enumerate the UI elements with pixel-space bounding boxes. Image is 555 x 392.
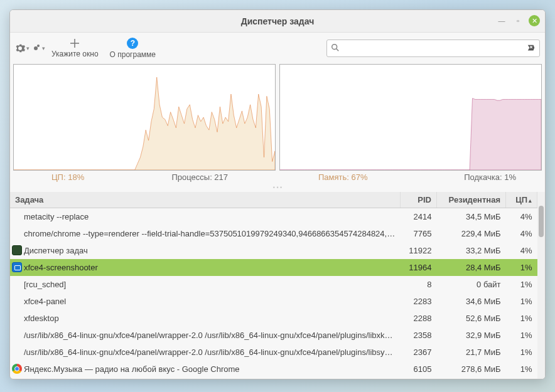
maximize-button[interactable]: ▫ bbox=[512, 15, 524, 26]
cell-task: metacity --replace bbox=[10, 208, 401, 225]
cell-pid: 2367 bbox=[401, 344, 437, 361]
app-window: Диспетчер задач — ▫ ✕ ▾ ▾ Укажите окно bbox=[9, 9, 546, 379]
pane-resize-handle[interactable]: • • • bbox=[10, 186, 545, 192]
cell-cpu: 1% bbox=[506, 327, 537, 344]
search-box[interactable] bbox=[326, 40, 540, 57]
vertical-scrollbar[interactable] bbox=[537, 192, 545, 379]
swap-label: Подкачка: 1% bbox=[464, 172, 516, 182]
graph-labels: ЦП: 18% Процессы: 217 Память: 67% Подкач… bbox=[10, 171, 545, 186]
cell-cpu: 1% bbox=[506, 293, 537, 310]
svg-point-0 bbox=[37, 45, 40, 47]
graphs-row bbox=[10, 64, 545, 171]
cell-mem: 0 байт bbox=[437, 276, 506, 293]
clear-search-icon[interactable] bbox=[527, 43, 536, 54]
indicate-window-label: Укажите окно bbox=[51, 50, 99, 58]
filter-menu[interactable]: ▾ bbox=[31, 43, 45, 53]
table-row[interactable]: /usr/lib/x86_64-linux-gnu/xfce4/panel/wr… bbox=[10, 344, 537, 361]
cell-mem: 33,2 МиБ bbox=[437, 242, 506, 259]
sort-asc-icon: ▴ bbox=[529, 198, 532, 204]
cell-cpu: 1% bbox=[506, 344, 537, 361]
cell-pid: 2358 bbox=[401, 327, 437, 344]
help-icon: ? bbox=[127, 38, 138, 49]
table-row[interactable]: xfce4-screenshooter1196428,4 МиБ1% bbox=[10, 259, 537, 276]
cpu-graph bbox=[13, 64, 276, 171]
cell-task: xfce4-panel bbox=[10, 293, 401, 310]
table-row[interactable]: [rcu_sched]80 байт1% bbox=[10, 276, 537, 293]
memory-label: Память: 67% bbox=[318, 172, 368, 182]
cell-mem: 229,4 МиБ bbox=[437, 225, 506, 242]
cell-cpu: 1% bbox=[506, 361, 537, 378]
table-row[interactable]: Диспетчер задач1192233,2 МиБ4% bbox=[10, 242, 537, 259]
process-table: Задача PID Резидентная ЦП▴ metacity --re… bbox=[10, 192, 537, 378]
cell-pid: 6105 bbox=[401, 361, 437, 378]
cell-mem: 278,6 МиБ bbox=[437, 361, 506, 378]
settings-menu[interactable]: ▾ bbox=[15, 43, 30, 53]
cell-cpu: 1% bbox=[506, 259, 537, 276]
close-button[interactable]: ✕ bbox=[529, 15, 540, 26]
minimize-button[interactable]: — bbox=[496, 15, 507, 26]
cpu-label: ЦП: 18% bbox=[51, 172, 84, 182]
gear-icon bbox=[15, 43, 25, 53]
cell-cpu: 4% bbox=[506, 208, 537, 225]
cell-task: /usr/lib/x86_64-linux-gnu/xfce4/panel/wr… bbox=[10, 344, 401, 361]
cell-cpu: 4% bbox=[506, 242, 537, 259]
table-row[interactable]: xfdesktop228852,6 МиБ1% bbox=[10, 310, 537, 327]
search-input[interactable] bbox=[342, 44, 527, 53]
chrome-icon bbox=[12, 364, 22, 374]
cell-cpu: 4% bbox=[506, 225, 537, 242]
cell-task: xfdesktop bbox=[10, 310, 401, 327]
table-row[interactable]: /usr/lib/x86_64-linux-gnu/xfce4/panel/wr… bbox=[10, 327, 537, 344]
cell-pid: 11922 bbox=[401, 242, 437, 259]
svg-line-2 bbox=[337, 48, 339, 51]
cell-pid: 8 bbox=[401, 276, 437, 293]
titlebar[interactable]: Диспетчер задач — ▫ ✕ bbox=[10, 10, 545, 33]
cell-mem: 52,6 МиБ bbox=[437, 310, 506, 327]
cell-mem: 32,9 МиБ bbox=[437, 327, 506, 344]
table-row[interactable]: chrome/chrome --type=renderer --field-tr… bbox=[10, 225, 537, 242]
process-table-wrap: Задача PID Резидентная ЦП▴ metacity --re… bbox=[10, 192, 545, 379]
column-header-resident[interactable]: Резидентная bbox=[437, 192, 506, 208]
search-icon bbox=[331, 43, 340, 54]
chevron-down-icon: ▾ bbox=[26, 45, 30, 51]
cell-cpu: 1% bbox=[506, 276, 537, 293]
column-header-task[interactable]: Задача bbox=[10, 192, 401, 208]
processes-label: Процессы: 217 bbox=[171, 172, 228, 182]
taskmgr-icon bbox=[12, 245, 22, 255]
titlebar-controls: — ▫ ✕ bbox=[496, 15, 540, 26]
chevron-down-icon: ▾ bbox=[42, 45, 45, 51]
window-title: Диспетчер задач bbox=[241, 16, 315, 26]
cell-mem: 21,7 МиБ bbox=[437, 344, 506, 361]
filter-icon bbox=[31, 43, 41, 53]
memory-graph bbox=[279, 64, 542, 171]
cell-pid: 2288 bbox=[401, 310, 437, 327]
cell-pid: 11964 bbox=[401, 259, 437, 276]
cell-task: /usr/lib/x86_64-linux-gnu/xfce4/panel/wr… bbox=[10, 327, 401, 344]
cell-task: xfce4-screenshooter bbox=[10, 259, 401, 276]
cell-pid: 2414 bbox=[401, 208, 437, 225]
about-button[interactable]: ? О программе bbox=[105, 35, 161, 61]
cell-mem: 28,4 МиБ bbox=[437, 259, 506, 276]
cell-mem: 34,5 МиБ bbox=[437, 208, 506, 225]
svg-point-1 bbox=[332, 44, 337, 49]
column-header-cpu[interactable]: ЦП▴ bbox=[506, 192, 537, 208]
toolbar: ▾ ▾ Укажите окно ? О программе bbox=[10, 33, 545, 64]
screenshot-icon bbox=[12, 262, 22, 272]
table-row[interactable]: metacity --replace241434,5 МиБ4% bbox=[10, 208, 537, 225]
cell-cpu: 1% bbox=[506, 310, 537, 327]
table-row[interactable]: Яндекс.Музыка — радио на любой вкус - Go… bbox=[10, 361, 537, 378]
about-label: О программе bbox=[110, 50, 156, 59]
cell-task: [rcu_sched] bbox=[10, 276, 401, 293]
cell-pid: 2283 bbox=[401, 293, 437, 310]
cell-task: Яндекс.Музыка — радио на любой вкус - Go… bbox=[10, 361, 401, 378]
cell-mem: 34,6 МиБ bbox=[437, 293, 506, 310]
cell-task: Диспетчер задач bbox=[10, 242, 401, 259]
crosshair-icon bbox=[70, 38, 80, 48]
table-row[interactable]: xfce4-panel228334,6 МиБ1% bbox=[10, 293, 537, 310]
cell-task: chrome/chrome --type=renderer --field-tr… bbox=[10, 225, 401, 242]
cell-pid: 7765 bbox=[401, 225, 437, 242]
indicate-window-button[interactable]: Укажите окно bbox=[46, 36, 104, 61]
scrollbar-thumb[interactable] bbox=[539, 206, 544, 237]
column-header-pid[interactable]: PID bbox=[401, 192, 437, 208]
